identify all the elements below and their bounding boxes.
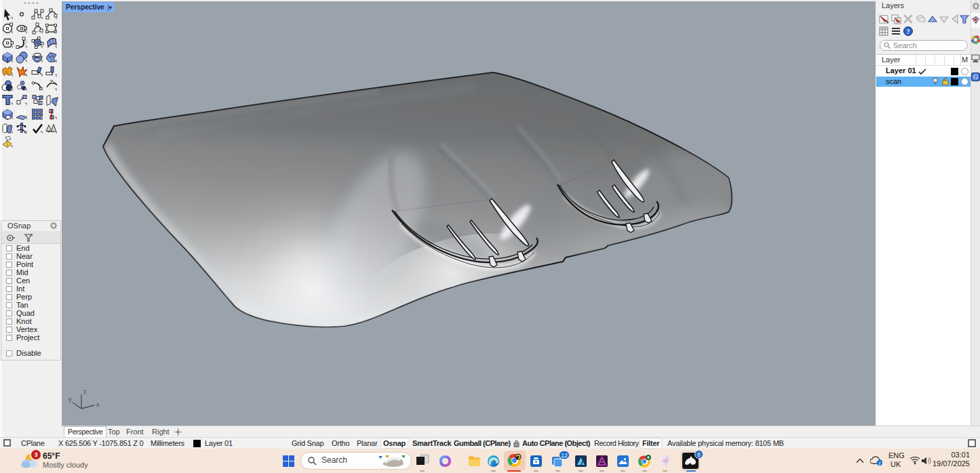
svg-text:?: ? [907,28,910,35]
svg-text:x: x [96,401,100,408]
svg-text:?: ? [975,75,977,81]
svg-text:y: y [68,396,72,403]
svg-text:z: z [83,388,87,395]
